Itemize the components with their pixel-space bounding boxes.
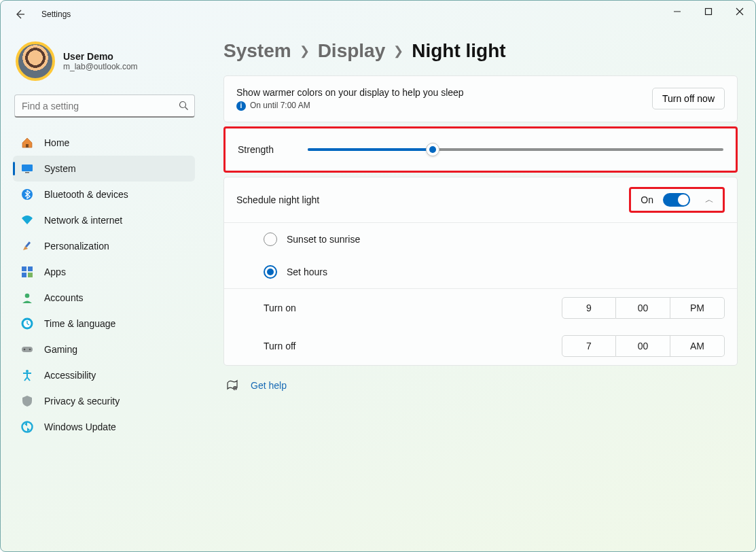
strength-slider[interactable] [308, 143, 723, 156]
sidebar-item-label: Accounts [44, 292, 84, 303]
sidebar-item-label: Bluetooth & devices [44, 189, 128, 200]
crumb-nightlight: Night light [412, 40, 505, 62]
turn-on-minute[interactable]: 00 [616, 297, 670, 319]
breadcrumb: System ❯ Display ❯ Night light [223, 40, 738, 62]
svg-rect-6 [25, 172, 29, 173]
accessibility-icon [21, 369, 33, 381]
crumb-display[interactable]: Display [318, 40, 386, 62]
person-icon [21, 292, 33, 304]
strength-label: Strength [238, 144, 274, 155]
sidebar-item-accounts[interactable]: Accounts [13, 285, 195, 311]
close-button[interactable] [724, 1, 755, 22]
sidebar-item-label: Gaming [44, 344, 77, 355]
display-icon [21, 162, 33, 175]
svg-rect-12 [28, 273, 33, 277]
sidebar-item-accessibility[interactable]: Accessibility [13, 362, 195, 388]
help-icon: Q [226, 379, 238, 392]
radio-sunset[interactable]: Sunset to sunrise [224, 223, 737, 256]
svg-point-2 [180, 102, 186, 108]
svg-text:Q: Q [234, 386, 236, 390]
bluetooth-icon [21, 188, 33, 201]
turn-on-ampm[interactable]: PM [670, 297, 725, 319]
profile-name: User Demo [63, 51, 138, 62]
gamepad-icon [21, 343, 33, 356]
sidebar-item-label: Personalization [44, 241, 109, 252]
sidebar-item-personalization[interactable]: Personalization [13, 233, 195, 259]
radio-hours-label: Set hours [287, 266, 327, 277]
nightlight-status: On until 7:00 AM [250, 101, 310, 110]
search-input[interactable] [22, 101, 179, 111]
sidebar-item-home[interactable]: Home [13, 130, 195, 156]
strength-card: Strength [223, 126, 738, 173]
sidebar-item-apps[interactable]: Apps [13, 259, 195, 285]
schedule-state: On [641, 194, 653, 205]
turn-off-now-button[interactable]: Turn off now [652, 88, 725, 109]
sidebar-item-label: Windows Update [44, 421, 116, 432]
sidebar-item-system[interactable]: System [13, 156, 195, 182]
sidebar-item-label: Accessibility [44, 370, 96, 381]
minimize-button[interactable] [662, 1, 693, 22]
shield-icon [21, 395, 33, 407]
sidebar-item-network[interactable]: Network & internet [13, 207, 195, 233]
sidebar-item-label: Privacy & security [44, 396, 120, 407]
search-box[interactable] [14, 94, 195, 118]
turn-on-hour[interactable]: 9 [562, 297, 616, 319]
turn-off-label: Turn off [264, 341, 295, 351]
nightlight-description: Show warmer colors on your display to he… [236, 87, 652, 98]
svg-rect-1 [706, 9, 712, 15]
profile-email: m_lab@outlook.com [63, 62, 138, 71]
schedule-label: Schedule night light [236, 194, 319, 205]
turn-on-time-picker[interactable]: 9 00 PM [562, 297, 725, 319]
radio-set-hours[interactable]: Set hours [224, 256, 737, 288]
svg-rect-10 [28, 266, 33, 271]
turn-off-minute[interactable]: 00 [616, 335, 670, 357]
svg-point-17 [29, 349, 31, 351]
slider-thumb[interactable] [426, 143, 439, 156]
radio-sunset-label: Sunset to sunrise [287, 234, 360, 245]
svg-point-16 [24, 349, 26, 351]
maximize-button[interactable] [693, 1, 724, 22]
sidebar-item-label: System [44, 163, 76, 174]
chevron-up-icon[interactable]: ︿ [700, 194, 719, 206]
schedule-toggle[interactable] [663, 193, 690, 207]
avatar [16, 41, 55, 81]
radio-icon [264, 232, 277, 246]
get-help-link[interactable]: Get help [251, 380, 287, 391]
sidebar-item-bluetooth[interactable]: Bluetooth & devices [13, 182, 195, 207]
svg-point-13 [25, 294, 30, 298]
sidebar-item-privacy[interactable]: Privacy & security [13, 388, 195, 414]
sidebar-item-update[interactable]: Windows Update [13, 414, 195, 440]
info-icon: i [236, 101, 246, 111]
chevron-right-icon: ❯ [300, 44, 310, 58]
sidebar-item-label: Apps [44, 266, 66, 277]
svg-rect-11 [22, 273, 26, 277]
clock-icon [21, 317, 33, 330]
brush-icon [21, 240, 33, 252]
sidebar-item-label: Time & language [44, 318, 115, 329]
wifi-icon [21, 214, 33, 226]
sidebar-item-label: Home [44, 137, 69, 148]
crumb-system[interactable]: System [223, 40, 291, 62]
svg-point-18 [26, 370, 29, 373]
sidebar-item-gaming[interactable]: Gaming [13, 337, 195, 362]
profile-block[interactable]: User Demo m_lab@outlook.com [13, 36, 199, 92]
update-icon [21, 421, 33, 433]
turn-off-time-picker[interactable]: 7 00 AM [562, 335, 725, 357]
radio-icon [264, 265, 277, 279]
home-icon [21, 137, 33, 149]
window-title: Settings [41, 10, 71, 19]
turn-on-label: Turn on [264, 303, 296, 313]
turn-off-ampm[interactable]: AM [670, 335, 725, 357]
svg-rect-8 [25, 241, 31, 247]
svg-rect-15 [22, 347, 33, 352]
back-button[interactable] [13, 7, 26, 21]
svg-rect-9 [22, 266, 26, 271]
svg-line-3 [185, 107, 188, 110]
apps-icon [21, 266, 33, 278]
turn-off-hour[interactable]: 7 [562, 335, 616, 357]
sidebar-item-time[interactable]: Time & language [13, 311, 195, 337]
chevron-right-icon: ❯ [393, 44, 403, 58]
svg-rect-5 [22, 165, 33, 171]
sidebar-item-label: Network & internet [44, 215, 122, 226]
search-icon [179, 101, 189, 111]
